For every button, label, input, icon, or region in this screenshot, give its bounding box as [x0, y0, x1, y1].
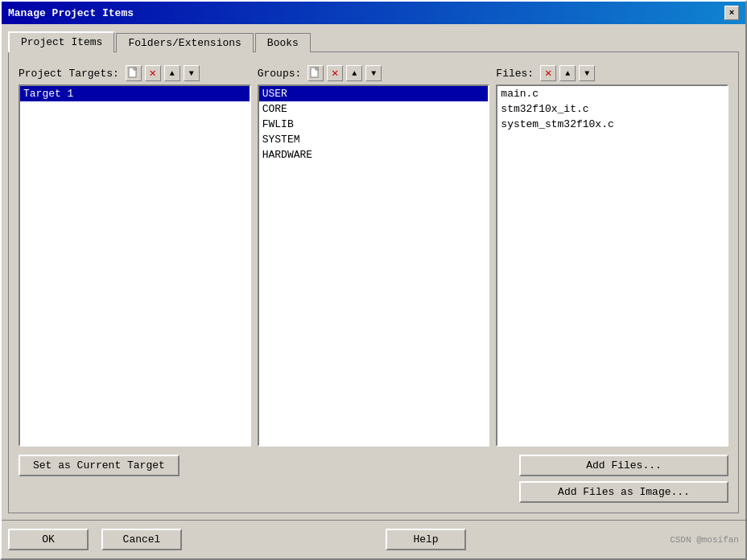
delete-icon-groups: ✕	[332, 68, 338, 79]
new-doc-icon	[128, 67, 139, 80]
arrow-up-icon-files	[565, 68, 570, 78]
list-item[interactable]: main.c	[497, 86, 727, 101]
files-panel: Files: ✕ main.c stm32f10x_it.c	[496, 65, 728, 447]
targets-move-up-button[interactable]	[164, 65, 180, 81]
add-files-as-image-button[interactable]: Add Files as Image...	[519, 481, 728, 503]
tab-books[interactable]: Books	[255, 33, 311, 52]
list-item[interactable]: FWLIB	[259, 117, 489, 132]
new-doc-icon-groups	[310, 67, 321, 80]
targets-delete-button[interactable]: ✕	[145, 65, 161, 81]
targets-listbox[interactable]: Target 1	[19, 84, 251, 447]
tab-folders-extensions[interactable]: Folders/Extensions	[116, 33, 253, 52]
groups-panel-header: Groups: ✕	[258, 65, 490, 81]
delete-icon: ✕	[150, 68, 156, 79]
list-item[interactable]: stm32f10x_it.c	[497, 101, 727, 117]
list-item[interactable]: CORE	[259, 101, 489, 117]
watermark: CSDN @mosifan	[670, 535, 739, 545]
arrow-down-icon	[189, 68, 194, 78]
list-item[interactable]: system_stm32f10x.c	[497, 117, 727, 132]
arrow-up-icon	[170, 68, 175, 78]
targets-panel-header: Project Targets: ✕	[19, 65, 251, 81]
files-delete-button[interactable]: ✕	[540, 65, 556, 81]
dialog-body: Project Items Folders/Extensions Books P…	[2, 24, 745, 520]
bottom-right: Add Files... Add Files as Image...	[519, 455, 728, 503]
files-listbox[interactable]: main.c stm32f10x_it.c system_stm32f10x.c	[496, 84, 728, 447]
dialog-title: Manage Project Items	[8, 7, 134, 19]
targets-panel: Project Targets: ✕	[19, 65, 251, 447]
help-button[interactable]: Help	[386, 529, 466, 550]
list-item[interactable]: SYSTEM	[259, 132, 489, 147]
panels-row: Project Targets: ✕	[19, 65, 728, 447]
arrow-down-icon-files	[584, 68, 589, 78]
ok-button[interactable]: OK	[8, 529, 89, 550]
files-label: Files:	[496, 68, 534, 80]
files-move-up-button[interactable]	[559, 65, 576, 81]
groups-listbox[interactable]: USER CORE FWLIB SYSTEM HARDWARE	[258, 84, 490, 447]
targets-move-down-button[interactable]	[184, 65, 200, 81]
groups-panel: Groups: ✕	[258, 65, 490, 447]
groups-label: Groups:	[258, 68, 302, 80]
groups-move-down-button[interactable]	[365, 65, 382, 81]
tab-bar: Project Items Folders/Extensions Books	[8, 31, 739, 51]
files-panel-header: Files: ✕	[496, 65, 728, 81]
groups-delete-button[interactable]: ✕	[327, 65, 343, 81]
list-item[interactable]: Target 1	[20, 86, 250, 101]
add-files-button[interactable]: Add Files...	[519, 455, 728, 476]
footer: OK Cancel Help CSDN @mosifan	[2, 520, 745, 558]
targets-label: Project Targets:	[19, 68, 119, 80]
tab-content: Project Targets: ✕	[8, 51, 739, 513]
groups-new-button[interactable]	[307, 65, 324, 81]
manage-project-items-dialog: Manage Project Items × Project Items Fol…	[0, 0, 747, 560]
title-bar: Manage Project Items ×	[2, 2, 745, 24]
targets-new-button[interactable]	[126, 65, 142, 81]
arrow-up-icon-groups	[352, 68, 357, 78]
list-item[interactable]: HARDWARE	[259, 147, 489, 163]
cancel-button[interactable]: Cancel	[101, 529, 182, 550]
set-current-target-button[interactable]: Set as Current Target	[19, 455, 180, 476]
bottom-left: Set as Current Target	[19, 455, 513, 476]
groups-move-up-button[interactable]	[346, 65, 362, 81]
arrow-down-icon-groups	[371, 68, 376, 78]
close-button[interactable]: ×	[724, 6, 739, 20]
delete-icon-files: ✕	[545, 68, 551, 79]
list-item[interactable]: USER	[259, 86, 489, 101]
files-move-down-button[interactable]	[579, 65, 595, 81]
tab-project-items[interactable]: Project Items	[8, 31, 114, 52]
bottom-area: Set as Current Target Add Files... Add F…	[19, 455, 728, 503]
